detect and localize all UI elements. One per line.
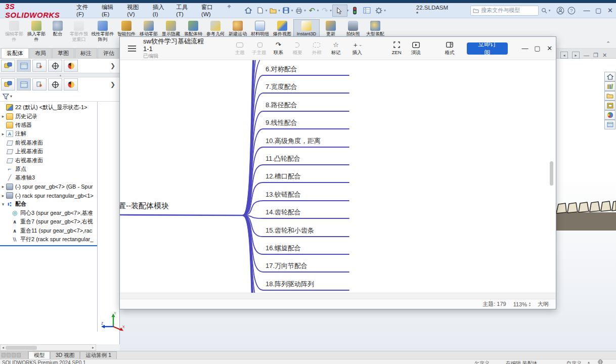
toolbar-insert-component[interactable]: 插入零部件 [25, 19, 48, 48]
tool-relationship[interactable]: ↷联系 [269, 41, 288, 56]
tree-item-right-plane[interactable]: 右视基准面 [0, 156, 97, 164]
display-manager-icon[interactable] [64, 60, 78, 72]
menu-view[interactable]: 视图(V) [122, 2, 148, 19]
menu-file[interactable]: 文件(F) [72, 2, 97, 19]
tree-item-rack[interactable]: ▸(-) rack spur rectangular_gb<1> [0, 191, 97, 200]
home-icon[interactable] [243, 6, 254, 16]
pin-menu-icon[interactable] [224, 2, 234, 12]
menu-tools[interactable]: 工具(T) [171, 2, 197, 19]
statusbar-up-icon[interactable]: ▴ [588, 360, 590, 364]
new-dropdown-icon[interactable]: ▾ [266, 9, 268, 13]
design-library-icon[interactable] [604, 81, 615, 91]
featuremanager-tree-icon-2[interactable] [1, 78, 15, 90]
tree-item-spur-gear[interactable]: ▸(-) spur gear_gb<7> (GB - Spur [0, 183, 97, 191]
search-icon[interactable] [539, 6, 549, 16]
collapse-toolbar-chevron-icon[interactable]: ⌃ [606, 40, 610, 47]
undo-dropdown-icon[interactable]: ▾ [317, 9, 319, 13]
mindmap-topic[interactable]: 8.路径配合 [266, 101, 297, 110]
options-dropdown-icon[interactable]: ▾ [384, 9, 386, 13]
open-dropdown-icon[interactable]: ▾ [278, 9, 280, 13]
expand-icon[interactable]: ▸ [0, 193, 6, 198]
outline-button[interactable]: 大纲 [538, 300, 549, 308]
tool-marker[interactable]: ☆标记 [326, 41, 345, 56]
tree-item-origin[interactable]: ⌐原点 [0, 165, 97, 173]
appearances-icon[interactable] [604, 110, 615, 120]
subscribe-button[interactable]: 立即订阅 [467, 42, 508, 55]
scroll-right-icon[interactable]: ▸ [91, 345, 96, 350]
menu-insert[interactable]: 插入(I) [148, 2, 172, 19]
tab-layout[interactable]: 布局 [29, 48, 52, 58]
print-dropdown-icon[interactable]: ▾ [304, 9, 306, 13]
mindmap-topic[interactable]: 18.阵列驱动阵列 [266, 280, 314, 289]
hamburger-menu-icon[interactable] [128, 46, 136, 52]
expand-icon[interactable]: ▸ [0, 114, 6, 119]
forward-icon[interactable]: ▸ [572, 52, 580, 59]
expand-icon[interactable]: ▸ [0, 131, 6, 136]
mindmap-topic[interactable]: 11.凸轮配合 [266, 154, 300, 163]
panel-expand-chevron-icon[interactable]: ❯ [110, 62, 115, 69]
help-icon[interactable]: ? [566, 6, 577, 16]
tree-item-coincident11[interactable]: ∧重合11 (spur gear_gb<7>,rac [0, 226, 97, 235]
menu-window[interactable]: 窗口(W) [197, 2, 224, 19]
mindmap-topic[interactable]: 6.对称配合 [266, 65, 297, 74]
tree-item-annotations[interactable]: ▸A注解 [0, 129, 97, 138]
menu-edit[interactable]: 编辑(E) [97, 2, 122, 19]
dimxpert-manager-icon-2[interactable] [48, 78, 62, 90]
tree-item-coincident7[interactable]: ∧重合7 (spur gear_gb<7>,右视 [0, 217, 97, 226]
tab-scroll-buttons[interactable] [0, 351, 28, 359]
tool-zen[interactable]: ZEN [387, 41, 406, 56]
custom-properties-icon[interactable] [604, 120, 615, 129]
gear-rack-model[interactable] [550, 199, 616, 231]
filter-dropdown-icon[interactable]: ▾ [10, 94, 12, 99]
search-input[interactable]: 搜索文件与模型 [470, 6, 539, 16]
tree-item-parallel[interactable]: ⧵⧵平行2 (rack spur rectangular_ [0, 235, 97, 244]
mindmap-close-button[interactable]: ✕ [544, 43, 556, 54]
mindmap-horizontal-scrollbar[interactable]: ◂ ▸ [120, 293, 556, 299]
pane-minimize-icon[interactable]: — [584, 52, 589, 58]
mindmap-canvas[interactable]: 置--装配体模块 6.对称配合 7.宽度配合 8.路径配合 9.线性配合 10.… [120, 60, 556, 293]
property-manager-icon-2[interactable] [17, 78, 31, 90]
scroll-left-icon[interactable]: ◂ [1, 345, 6, 350]
search-dropdown-icon[interactable]: ▾ [549, 9, 551, 13]
mindmap-topic[interactable]: 14.齿轮配合 [266, 208, 301, 217]
mindmap-topic[interactable]: 7.宽度配合 [266, 82, 297, 92]
mindmap-maximize-button[interactable]: ▢ [531, 43, 543, 54]
panel-splitter[interactable] [0, 73, 119, 77]
mindmap-topic[interactable]: 17.万向节配合 [266, 261, 307, 270]
pane-restore-icon[interactable]: ❐ [593, 52, 598, 59]
tab-sketch[interactable]: 草图 [52, 48, 74, 58]
dimxpert-manager-icon[interactable] [48, 60, 62, 72]
globe-icon[interactable] [598, 359, 603, 364]
collapse-icon[interactable]: ▾ [0, 202, 6, 207]
select-cursor-icon[interactable] [332, 5, 347, 17]
scroll-thumb[interactable] [6, 346, 37, 350]
close-button[interactable]: ✕ [604, 5, 616, 16]
view-palette-icon[interactable] [604, 101, 615, 110]
tree-item-history[interactable]: ▸历史记录 [0, 112, 97, 120]
display-pane-icon[interactable] [361, 6, 372, 16]
tab-assembly[interactable]: 装配体 [1, 48, 29, 58]
tree-item-front-plane[interactable]: 前视基准面 [0, 139, 97, 147]
tree-item-mates[interactable]: ▾⑆配合 [0, 200, 97, 208]
select-dropdown-icon[interactable]: ▾ [347, 9, 349, 13]
maximize-button[interactable]: ▢ [593, 5, 604, 16]
configuration-manager-icon-2[interactable] [32, 78, 47, 90]
minimize-button[interactable]: — [581, 5, 592, 16]
expand-icon[interactable]: ▸ [0, 184, 6, 189]
open-icon[interactable] [268, 6, 279, 16]
tree-filter-bar[interactable]: ▾ [0, 92, 119, 102]
tool-present[interactable]: 演说 [406, 41, 425, 56]
property-manager-icon[interactable] [17, 60, 31, 72]
tool-format[interactable]: 格式 [441, 41, 459, 56]
configuration-manager-icon[interactable] [32, 60, 47, 72]
tab-model[interactable]: 模型 [28, 351, 50, 359]
save-dropdown-icon[interactable]: ▾ [291, 9, 293, 13]
tab-annotation[interactable]: 标注 [75, 48, 97, 58]
toolbar-linear-pattern[interactable]: 线性零部件阵列 [90, 19, 115, 48]
mindmap-topic[interactable]: 12.槽口配合 [266, 172, 301, 181]
rebuild-icon[interactable] [349, 6, 360, 16]
tree-item-sensors[interactable]: 传感器 [0, 121, 97, 129]
central-topic[interactable]: 置--装配体模块 [120, 201, 169, 211]
tab-evaluate[interactable]: 评估 [98, 48, 120, 58]
customize-label[interactable]: 自定义 [566, 360, 582, 364]
